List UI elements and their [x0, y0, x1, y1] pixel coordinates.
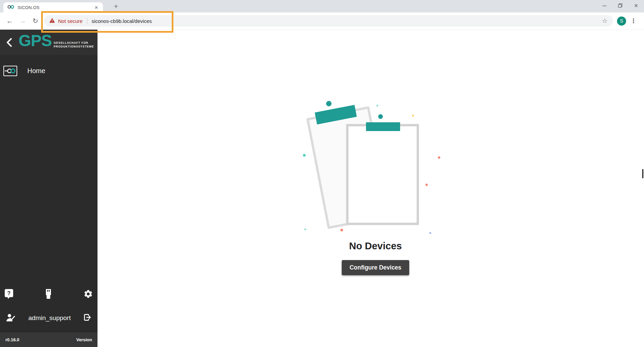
- reload-button[interactable]: ↻: [29, 17, 42, 25]
- tab-title: SICON.OS: [18, 5, 94, 10]
- profile-avatar[interactable]: S: [617, 17, 626, 26]
- empty-state-title: No Devices: [349, 241, 402, 252]
- settings-gear-icon[interactable]: [83, 289, 93, 300]
- back-button[interactable]: ←: [3, 17, 16, 25]
- sidebar-user-row: admin_support: [0, 311, 97, 325]
- sidebar-collapse-icon[interactable]: [6, 37, 13, 49]
- no-devices-illustration: + ✦ ✦ + ✦: [300, 101, 451, 240]
- version-label: Version: [76, 337, 92, 342]
- confetti-dot: [303, 154, 306, 157]
- sidebar: GPS GESELLSCHAFT FÜR PRODUKTIONSSYSTEME …: [0, 30, 97, 347]
- sidebar-item-home[interactable]: Home: [0, 62, 97, 79]
- home-logo-icon: [3, 66, 17, 76]
- new-tab-button[interactable]: +: [111, 2, 121, 11]
- user-name: admin_support: [28, 314, 71, 322]
- sidebar-version-bar: r0.16.0 Version: [0, 333, 97, 347]
- clipboard-board: [346, 124, 419, 225]
- logout-icon[interactable]: [83, 313, 92, 323]
- confetti-dot: [340, 229, 343, 231]
- sidebar-footer-icons: ?: [0, 287, 97, 302]
- user-check-icon: [6, 313, 16, 323]
- not-secure-label[interactable]: Not secure: [58, 18, 83, 24]
- browser-tab[interactable]: SICON.OS ✕: [3, 2, 103, 12]
- confetti-dot: [438, 156, 440, 159]
- confetti-plus-icon: +: [376, 103, 379, 108]
- tab-close-icon[interactable]: ✕: [94, 5, 99, 10]
- confetti-dot: [425, 184, 428, 186]
- tab-strip: SICON.OS ✕ + ✕: [0, 0, 644, 12]
- clipboard-ring: [326, 100, 332, 107]
- configure-devices-button[interactable]: Configure Devices: [342, 260, 409, 275]
- version-value: r0.16.0: [5, 337, 19, 342]
- help-icon[interactable]: ?: [4, 289, 13, 300]
- window-restore-button[interactable]: [612, 0, 628, 11]
- chip-separator: [87, 18, 87, 24]
- gps-logo: GPS: [19, 33, 52, 49]
- url-text[interactable]: siconos-cb9b.local/devices: [92, 18, 152, 24]
- cursor-artifact: [642, 169, 643, 178]
- browser-toolbar: ← → ↻ Not secure siconos-cb9b.local/devi…: [0, 12, 644, 30]
- confetti-star-icon: ✦: [411, 113, 416, 119]
- clipboard-ring: [378, 114, 383, 119]
- siconos-favicon-icon: [7, 4, 15, 11]
- avatar-letter: S: [620, 18, 623, 24]
- address-bar[interactable]: Not secure siconos-cb9b.local/devices ☆: [44, 15, 613, 27]
- window-controls: ✕: [596, 0, 644, 11]
- gps-logo-subtitle: GESELLSCHAFT FÜR PRODUKTIONSSYSTEME: [54, 41, 97, 49]
- bookmark-star-icon[interactable]: ☆: [602, 17, 608, 25]
- confetti-star-icon: ✦: [428, 230, 433, 236]
- clipboard-clip: [366, 122, 400, 131]
- not-secure-warning-icon: [49, 18, 55, 24]
- sidebar-item-label: Home: [27, 67, 45, 75]
- forward-button[interactable]: →: [16, 17, 29, 25]
- usb-device-icon[interactable]: [45, 289, 52, 301]
- browser-menu-icon[interactable]: ⋮: [626, 17, 641, 25]
- main-content: + ✦ ✦ + ✦ No Devices Configure Devices: [97, 30, 644, 347]
- sidebar-header: GPS GESELLSCHAFT FÜR PRODUKTIONSSYSTEME: [0, 30, 97, 55]
- browser-window: SICON.OS ✕ + ✕ ← → ↻: [0, 0, 644, 347]
- window-minimize-button[interactable]: [596, 0, 612, 11]
- window-close-button[interactable]: ✕: [628, 0, 644, 11]
- svg-text:?: ?: [7, 290, 11, 296]
- confetti-plus-icon: +: [304, 226, 307, 231]
